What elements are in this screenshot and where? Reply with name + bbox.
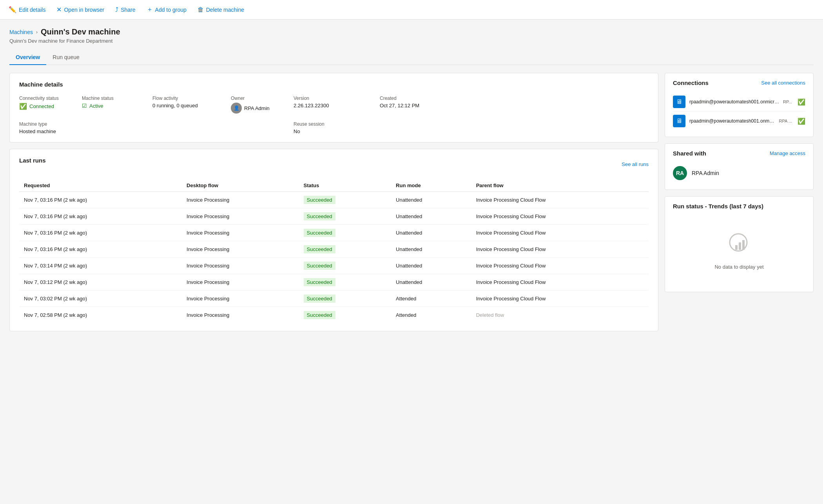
last-runs-card: Last runs See all runs Requested Desktop… (9, 149, 658, 331)
connection-icon: 🖥 (673, 96, 685, 108)
cell-run-mode: Attended (391, 291, 471, 307)
col-parent-flow: Parent flow (471, 179, 649, 192)
toolbar: ✏️ Edit details ✕ Open in browser ⤴ Shar… (0, 0, 823, 20)
cell-requested: Nov 7, 03:16 PM (2 wk ago) (19, 208, 182, 225)
connections-header: Connections See all connections (673, 79, 805, 86)
open-browser-button[interactable]: ✕ Open in browser (56, 4, 105, 15)
table-row[interactable]: Nov 7, 02:58 PM (2 wk ago)Invoice Proces… (19, 307, 649, 323)
active-icon: ☑ (82, 103, 87, 109)
reuse-session-value: No (294, 128, 380, 134)
table-row[interactable]: Nov 7, 03:12 PM (2 wk ago)Invoice Proces… (19, 274, 649, 291)
cell-run-mode: Unattended (391, 258, 471, 274)
reuse-session-label: Reuse session (294, 121, 380, 127)
cell-desktop-flow: Invoice Processing (182, 291, 299, 307)
cell-parent-flow: Invoice Processing Cloud Flow (471, 241, 649, 258)
cell-parent-flow: Invoice Processing Cloud Flow (471, 274, 649, 291)
breadcrumb: Machines › Quinn's Dev machine (9, 27, 814, 36)
connection-icon: 🖥 (673, 115, 685, 127)
col-status: Status (299, 179, 392, 192)
connection-email: rpaadmin@powerautomatesh001.onmicros... (689, 99, 779, 105)
col-run-mode: Run mode (391, 179, 471, 192)
cell-run-mode: Unattended (391, 192, 471, 208)
last-runs-title: Last runs (19, 157, 46, 164)
connected-icon: ✅ (19, 103, 27, 110)
tabs: Overview Run queue (9, 50, 814, 65)
reuse-session-item: Reuse session No (294, 121, 380, 134)
owner-label: Owner (231, 96, 294, 101)
cell-run-mode: Unattended (391, 208, 471, 225)
flow-activity-label: Flow activity (152, 96, 231, 101)
trends-empty-icon (727, 231, 751, 259)
cell-requested: Nov 7, 02:58 PM (2 wk ago) (19, 307, 182, 323)
table-row[interactable]: Nov 7, 03:02 PM (2 wk ago)Invoice Proces… (19, 291, 649, 307)
col-desktop-flow: Desktop flow (182, 179, 299, 192)
table-row[interactable]: Nov 7, 03:16 PM (2 wk ago)Invoice Proces… (19, 241, 649, 258)
cell-run-mode: Unattended (391, 274, 471, 291)
machine-details-grid: Connectivity status ✅ Connected Machine … (19, 96, 649, 134)
manage-access-link[interactable]: Manage access (770, 150, 805, 156)
cell-parent-flow: Deleted flow (471, 307, 649, 323)
breadcrumb-parent[interactable]: Machines (9, 29, 33, 35)
main-container: Machines › Quinn's Dev machine Quinn's D… (0, 20, 823, 504)
machine-status-value: ☑ Active (82, 103, 152, 109)
breadcrumb-current: Quinn's Dev machine (41, 27, 120, 36)
connections-card: Connections See all connections 🖥 rpaadm… (665, 73, 814, 137)
shared-user-avatar: RA (673, 166, 687, 180)
version-item: Version 2.26.123.22300 (294, 96, 380, 114)
machine-status-label: Machine status (82, 96, 152, 101)
cell-requested: Nov 7, 03:16 PM (2 wk ago) (19, 241, 182, 258)
cell-parent-flow: Invoice Processing Cloud Flow (471, 258, 649, 274)
add-to-group-button[interactable]: ＋ Add to group (146, 4, 187, 15)
cell-requested: Nov 7, 03:12 PM (2 wk ago) (19, 274, 182, 291)
run-trends-title: Run status - Trends (last 7 days) (673, 203, 805, 210)
flow-activity-value: 0 running, 0 queued (152, 103, 231, 108)
cell-parent-flow: Invoice Processing Cloud Flow (471, 208, 649, 225)
left-column: Machine details Connectivity status ✅ Co… (9, 73, 658, 338)
owner-avatar: 👤 (231, 103, 242, 114)
created-item: Created Oct 27, 12:12 PM (380, 96, 466, 114)
connection-badge: RP... (783, 99, 792, 104)
svg-rect-1 (735, 245, 738, 250)
cell-status: Succeeded (299, 274, 392, 291)
connections-title: Connections (673, 79, 709, 86)
content-layout: Machine details Connectivity status ✅ Co… (9, 73, 814, 338)
col-requested: Requested (19, 179, 182, 192)
delete-icon: 🗑 (198, 6, 204, 13)
connection-item: 🖥 rpaadmin@powerautomatesh001.onmicros..… (673, 92, 805, 112)
see-all-runs-link[interactable]: See all runs (622, 161, 649, 167)
cell-run-mode: Attended (391, 307, 471, 323)
cell-parent-flow: Invoice Processing Cloud Flow (471, 291, 649, 307)
cell-desktop-flow: Invoice Processing (182, 274, 299, 291)
cell-status: Succeeded (299, 258, 392, 274)
cell-requested: Nov 7, 03:14 PM (2 wk ago) (19, 258, 182, 274)
table-row[interactable]: Nov 7, 03:16 PM (2 wk ago)Invoice Proces… (19, 208, 649, 225)
cell-status: Succeeded (299, 225, 392, 241)
owner-value: 👤 RPA Admin (231, 103, 294, 114)
table-row[interactable]: Nov 7, 03:16 PM (2 wk ago)Invoice Proces… (19, 192, 649, 208)
cell-status: Succeeded (299, 192, 392, 208)
cell-status: Succeeded (299, 291, 392, 307)
machine-type-item: Machine type Hosted machine (19, 121, 82, 134)
share-icon: ⤴ (115, 6, 118, 13)
cell-status: Succeeded (299, 208, 392, 225)
shared-user-item: RA RPA Admin (673, 163, 805, 183)
connections-list: 🖥 rpaadmin@powerautomatesh001.onmicros..… (673, 92, 805, 130)
see-all-connections-link[interactable]: See all connections (761, 80, 805, 86)
cell-run-mode: Unattended (391, 225, 471, 241)
tab-overview[interactable]: Overview (9, 50, 46, 65)
run-trends-card: Run status - Trends (last 7 days) No dat… (665, 196, 814, 292)
tab-run-queue[interactable]: Run queue (46, 50, 86, 65)
page-subtitle: Quinn's Dev machine for Finance Departme… (9, 38, 814, 44)
trends-empty-text: No data to display yet (714, 264, 763, 270)
delete-machine-button[interactable]: 🗑 Delete machine (197, 5, 245, 15)
cell-status: Succeeded (299, 307, 392, 323)
cell-status: Succeeded (299, 241, 392, 258)
table-row[interactable]: Nov 7, 03:16 PM (2 wk ago)Invoice Proces… (19, 225, 649, 241)
connectivity-label: Connectivity status (19, 96, 82, 101)
table-row[interactable]: Nov 7, 03:14 PM (2 wk ago)Invoice Proces… (19, 258, 649, 274)
cell-requested: Nov 7, 03:16 PM (2 wk ago) (19, 225, 182, 241)
svg-rect-2 (739, 242, 741, 250)
edit-details-button[interactable]: ✏️ Edit details (8, 4, 46, 15)
share-button[interactable]: ⤴ Share (114, 5, 136, 15)
cell-desktop-flow: Invoice Processing (182, 258, 299, 274)
